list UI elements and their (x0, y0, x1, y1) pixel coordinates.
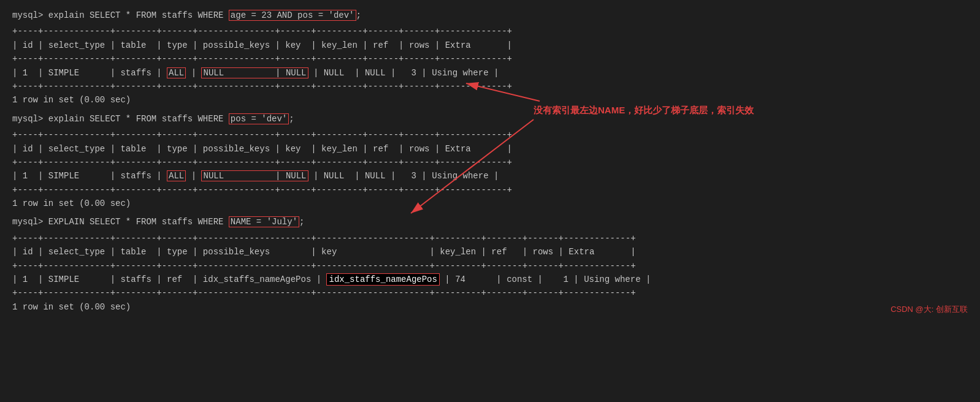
section-2: mysql> explain SELECT * FROM staffs WHER… (12, 112, 968, 211)
table3-keybox: idx_staffs_nameAgePos (326, 273, 439, 286)
rowset3: 1 row in set (0.00 sec) (12, 300, 968, 314)
table1-sep1: +----+-------------+--------+------+----… (12, 25, 968, 38)
highlight-box-2: pos = 'dev' (229, 113, 289, 124)
rowset1: 1 row in set (0.00 sec) (12, 93, 968, 107)
prompt-3: mysql> EXPLAIN SELECT * FROM staffs WHER… (12, 217, 229, 227)
highlight-box-3: NAME = 'July' (229, 216, 299, 227)
highlight-box-1: age = 23 AND pos = 'dev' (229, 10, 356, 21)
table3-sep2: +----+-------------+--------+------+----… (12, 259, 968, 273)
table1-box2: NULL | NULL (201, 67, 308, 78)
table1-sep2: +----+-------------+--------+------+----… (12, 52, 968, 66)
table1-sep3: +----+-------------+--------+------+----… (12, 80, 968, 93)
table3-sep1: +----+-------------+--------+------+----… (12, 232, 968, 245)
table2-box1: ALL (167, 170, 186, 181)
prompt-1: mysql> explain SELECT * FROM staffs WHER… (12, 10, 229, 20)
table1-box1: ALL (167, 67, 186, 78)
table3-header: | id | select_type | table | type | poss… (12, 245, 968, 259)
table3-sep3: +----+-------------+--------+------+----… (12, 286, 968, 300)
table2-row: | 1 | SIMPLE | staffs | ALL | NULL | NUL… (12, 169, 968, 183)
annotation-text: 没有索引最左边NAME，好比少了梯子底层，索引失效 (534, 103, 754, 118)
table2-sep3: +----+-------------+--------+------+----… (12, 183, 968, 197)
table2-sep2: +----+-------------+--------+------+----… (12, 156, 968, 169)
terminal: mysql> explain SELECT * FROM staffs WHER… (0, 0, 980, 321)
table2-sep1: +----+-------------+--------+------+----… (12, 128, 968, 142)
rowset2: 1 row in set (0.00 sec) (12, 197, 968, 210)
footer: CSDN @大: 创新互联 (890, 303, 968, 316)
table2-header: | id | select_type | table | type | poss… (12, 142, 968, 156)
section-3: mysql> EXPLAIN SELECT * FROM staffs WHER… (12, 215, 968, 314)
table1-header: | id | select_type | table | type | poss… (12, 39, 968, 52)
table1-row: | 1 | SIMPLE | staffs | ALL | NULL | NUL… (12, 66, 968, 80)
sql-line-3: mysql> EXPLAIN SELECT * FROM staffs WHER… (12, 215, 968, 229)
section-1: mysql> explain SELECT * FROM staffs WHER… (12, 9, 968, 107)
table3-row: | 1 | SIMPLE | staffs | ref | idx_staffs… (12, 273, 968, 286)
prompt-2: mysql> explain SELECT * FROM staffs WHER… (12, 114, 229, 124)
sql-line-2: mysql> explain SELECT * FROM staffs WHER… (12, 112, 968, 126)
table2-box2: NULL | NULL (201, 170, 308, 181)
sql-line-1: mysql> explain SELECT * FROM staffs WHER… (12, 9, 968, 22)
